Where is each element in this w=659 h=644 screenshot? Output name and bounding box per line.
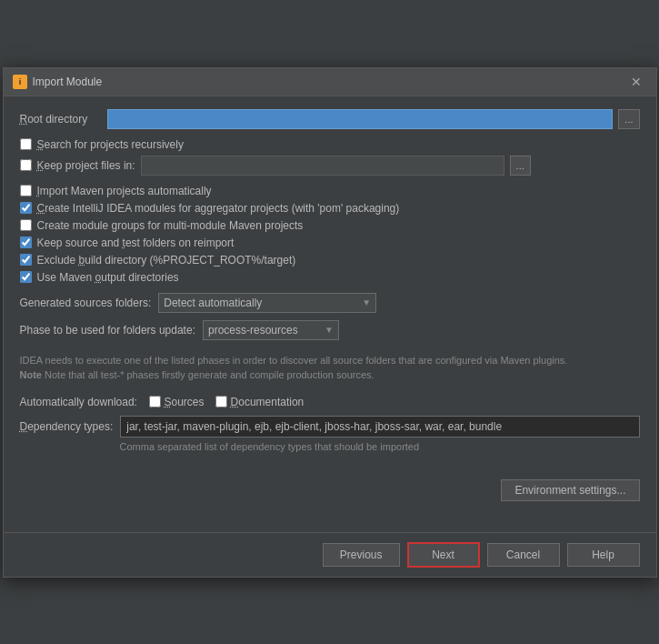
info-text-2: Note Note that all test-* phases firstly… xyxy=(20,367,640,383)
cancel-button[interactable]: Cancel xyxy=(487,543,560,567)
documentation-check-group: Documentation xyxy=(215,396,305,408)
dependency-types-row: Dependency types: xyxy=(20,416,640,438)
exclude-build-dir-row: Exclude build directory (%PROJECT_ROOT%/… xyxy=(20,254,640,267)
keep-project-files-label[interactable]: Keep project files in: xyxy=(37,159,135,172)
dependency-types-label: Dependency types: xyxy=(20,420,114,433)
generated-sources-label: Generated sources folders: xyxy=(20,297,152,309)
search-recursively-row: Search for projects recursively xyxy=(20,138,640,151)
phase-dropdown[interactable]: process-resources ▼ xyxy=(203,320,339,340)
generated-sources-arrow-icon: ▼ xyxy=(362,297,371,307)
documentation-checkbox[interactable] xyxy=(215,396,227,408)
root-directory-browse-button[interactable]: ... xyxy=(618,109,639,129)
create-module-groups-checkbox[interactable] xyxy=(20,219,32,231)
dependency-types-hint: Comma separated list of dependency types… xyxy=(120,441,640,452)
svg-text:i: i xyxy=(18,77,21,86)
dialog-title: Import Module xyxy=(33,75,103,88)
phase-arrow-icon: ▼ xyxy=(325,325,334,335)
keep-source-test-label[interactable]: Keep source and test folders on reimport xyxy=(37,236,235,249)
environment-settings-row: Environment settings... xyxy=(20,461,640,510)
auto-download-row: Automatically download: Sources Document… xyxy=(20,396,640,408)
keep-project-files-browse-button[interactable]: ... xyxy=(510,156,531,176)
sources-check-group: Sources xyxy=(149,396,205,408)
import-maven-auto-label[interactable]: Import Maven projects automatically xyxy=(37,185,212,197)
phase-value: process-resources xyxy=(208,324,298,337)
use-maven-output-checkbox[interactable] xyxy=(20,271,32,283)
keep-project-files-input[interactable] xyxy=(141,156,504,176)
create-intellij-modules-row: Create IntelliJ IDEA modules for aggrega… xyxy=(20,202,640,215)
next-button[interactable]: Next xyxy=(407,542,480,568)
keep-source-test-row: Keep source and test folders on reimport xyxy=(20,236,640,249)
sources-checkbox[interactable] xyxy=(149,396,161,408)
create-intellij-modules-label[interactable]: Create IntelliJ IDEA modules for aggrega… xyxy=(37,202,400,215)
create-module-groups-row: Create module groups for multi-module Ma… xyxy=(20,219,640,232)
auto-download-label: Automatically download: xyxy=(20,396,138,408)
import-maven-auto-row: Import Maven projects automatically xyxy=(20,185,640,197)
import-module-dialog: i Import Module ✕ Root directory ... Sea… xyxy=(3,67,657,578)
keep-project-files-row: Keep project files in: ... xyxy=(20,156,640,176)
title-bar: i Import Module ✕ xyxy=(4,68,656,96)
root-directory-label: Root directory xyxy=(20,113,102,126)
import-maven-auto-checkbox[interactable] xyxy=(20,185,32,196)
exclude-build-dir-checkbox[interactable] xyxy=(20,254,32,266)
sources-label[interactable]: Sources xyxy=(165,396,205,408)
info-box: IDEA needs to execute one of the listed … xyxy=(20,347,640,388)
create-intellij-modules-checkbox[interactable] xyxy=(20,202,32,214)
dependency-types-input[interactable] xyxy=(120,416,639,438)
create-module-groups-label[interactable]: Create module groups for multi-module Ma… xyxy=(37,219,304,232)
search-recursively-checkbox[interactable] xyxy=(20,138,32,150)
exclude-build-dir-label[interactable]: Exclude build directory (%PROJECT_ROOT%/… xyxy=(37,254,296,267)
dialog-icon: i xyxy=(13,75,27,89)
search-recursively-label[interactable]: Search for projects recursively xyxy=(37,138,184,151)
generated-sources-dropdown[interactable]: Detect automatically ▼ xyxy=(158,293,376,313)
keep-project-files-checkbox[interactable] xyxy=(20,159,32,171)
phase-row: Phase to be used for folders update: pro… xyxy=(20,320,640,340)
help-button[interactable]: Help xyxy=(567,543,640,567)
phase-label: Phase to be used for folders update: xyxy=(20,324,195,337)
use-maven-output-row: Use Maven output directories xyxy=(20,271,640,284)
close-button[interactable]: ✕ xyxy=(625,74,647,90)
environment-settings-button[interactable]: Environment settings... xyxy=(501,479,639,501)
previous-button[interactable]: Previous xyxy=(323,543,400,567)
title-bar-left: i Import Module xyxy=(13,75,103,89)
generated-sources-row: Generated sources folders: Detect automa… xyxy=(20,293,640,313)
documentation-label[interactable]: Documentation xyxy=(231,396,305,408)
footer: Previous Next Cancel Help xyxy=(4,533,656,577)
dialog-content: Root directory ... Search for projects r… xyxy=(4,96,656,532)
root-directory-row: Root directory ... xyxy=(20,109,640,129)
info-text-1: IDEA needs to execute one of the listed … xyxy=(20,353,640,368)
use-maven-output-label[interactable]: Use Maven output directories xyxy=(37,271,179,284)
generated-sources-value: Detect automatically xyxy=(164,297,262,309)
keep-source-test-checkbox[interactable] xyxy=(20,236,32,248)
root-directory-input[interactable] xyxy=(107,109,614,129)
